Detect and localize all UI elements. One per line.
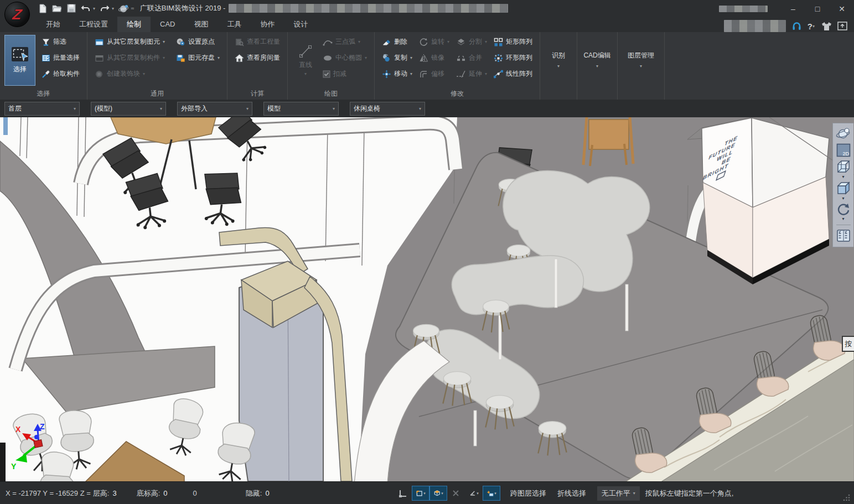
hidden-count-label: 隐藏: (246, 489, 262, 498)
filter-button[interactable]: 筛选 (39, 34, 82, 50)
workplane-dropdown[interactable]: 无工作平▾ (597, 486, 640, 501)
collapse-ribbon-icon[interactable] (837, 22, 847, 30)
copy-window-icon (95, 54, 104, 63)
component-selector[interactable]: 休闲桌椅▾ (350, 102, 425, 116)
move-button[interactable]: 移动▾ (379, 66, 415, 82)
linear-array-button[interactable]: 线性阵列 (491, 66, 535, 82)
undo-button[interactable] (80, 2, 92, 14)
dynamic-input-toggle[interactable]: ▾ (483, 486, 500, 501)
redo-dropdown-icon[interactable]: ▾ (112, 6, 114, 11)
undo-dropdown-icon[interactable]: ▾ (93, 6, 95, 11)
pick-component-button[interactable]: 拾取构件 (39, 66, 82, 82)
cross-layer-select-button[interactable]: 跨图层选择 (505, 486, 552, 501)
minimize-button[interactable]: – (781, 1, 805, 16)
save-element-icon (176, 54, 185, 63)
theme-skin-icon[interactable] (821, 22, 832, 31)
view-room-quantities-button[interactable]: 查看房间量 (232, 50, 283, 66)
wall-accent-sliver (3, 117, 8, 135)
polar-array-button[interactable]: 环形阵列 (491, 50, 535, 66)
offset-button[interactable]: 偏移 (416, 66, 452, 82)
polyline-select-button[interactable]: 折线选择 (552, 486, 592, 501)
angle-snap-toggle[interactable]: ▾ (465, 486, 483, 501)
eraser-icon (382, 38, 391, 46)
viewport-canvas[interactable]: THE FUTURE WILL BE BRIGHT (0, 117, 854, 481)
redo-button[interactable] (99, 2, 111, 14)
rotate-button[interactable]: 旋转▾ (416, 34, 452, 50)
display-settings-icon[interactable] (836, 228, 851, 243)
mirror-icon (419, 54, 428, 63)
orbit-view-button[interactable] (117, 2, 130, 14)
tab-tools[interactable]: 工具 (218, 17, 251, 32)
open-file-button[interactable] (51, 2, 63, 14)
floor-selector[interactable]: 首层▾ (4, 102, 80, 116)
block-icon (95, 70, 104, 79)
window-title: 广联达BIM装饰设计 2019 - (140, 3, 226, 13)
view-quantities-button[interactable]: 查看工程量 (232, 34, 283, 50)
select-button[interactable]: 选择 (4, 35, 35, 86)
type-selector[interactable]: 模型▾ (263, 102, 339, 116)
new-file-button[interactable] (37, 2, 49, 14)
rectangular-array-button[interactable]: 矩形阵列 (491, 34, 535, 50)
extend-button[interactable]: 延伸▾ (453, 66, 490, 82)
app-logo[interactable]: Z (4, 2, 30, 27)
caret-down-icon: ▾ (365, 55, 367, 60)
2d-view-icon[interactable]: 2D (836, 142, 851, 158)
doc-magnifier-icon (235, 38, 244, 46)
refresh-view-icon[interactable]: ▾ (836, 202, 851, 222)
ribbon-group-drawing: 直线 ▾ 三点弧▾ 中心椭圆▾ 扣减 绘图 (288, 32, 375, 100)
split-button[interactable]: 分割▾ (453, 34, 490, 50)
save-button[interactable] (65, 2, 77, 14)
create-decor-block-button[interactable]: 创建装饰块▾ (92, 66, 168, 82)
caret-down-icon: ▾ (410, 71, 412, 76)
shaded-cube-icon[interactable]: ▾ (835, 180, 852, 201)
crossing-toggle[interactable] (447, 486, 465, 501)
copy-button[interactable]: 复制▾ (379, 50, 415, 66)
three-point-arc-button[interactable]: 三点弧▾ (320, 34, 370, 50)
merge-button[interactable]: 合并 (453, 50, 490, 66)
viewport-tooltip: 按 (842, 336, 854, 352)
cad-edit-menu-button[interactable]: CAD编辑▾ (577, 32, 617, 87)
delete-button[interactable]: 删除 (379, 34, 415, 50)
wireframe-cube-icon[interactable]: ▾ (835, 159, 852, 180)
copy-components-from-layer-button[interactable]: 从其它层复制构件▾ (92, 50, 168, 66)
extend-icon (456, 70, 466, 79)
layer-manage-menu-button[interactable]: 图层管理▾ (618, 32, 664, 87)
save-element-button[interactable]: 图元存盘▾ (173, 50, 222, 66)
line-tool-button[interactable]: 直线 ▾ (292, 35, 319, 86)
svg-text:Z: Z (40, 422, 45, 431)
caret-down-icon: ▾ (640, 64, 642, 69)
frame-snap-toggle[interactable]: ▾ (412, 486, 429, 501)
center-ellipse-button[interactable]: 中心椭圆▾ (320, 50, 370, 66)
ortho-toggle[interactable] (394, 486, 412, 501)
merge-icon (456, 54, 466, 63)
object-snap-3d-toggle[interactable]: ▾ (429, 486, 447, 501)
recognize-menu-button[interactable]: 识别▾ (540, 32, 577, 87)
close-button[interactable]: ✕ (830, 1, 854, 16)
orbit-tool-icon[interactable] (836, 126, 851, 142)
ellipse-icon (323, 54, 333, 63)
qat-customize-icon[interactable]: ≂ (131, 6, 134, 11)
category-selector[interactable]: 外部导入▾ (177, 102, 252, 116)
svg-text:2D: 2D (842, 151, 849, 157)
batch-select-button[interactable]: 批量选择 (39, 50, 82, 66)
deduction-checkbox[interactable]: 扣减 (320, 66, 370, 82)
help-button[interactable]: ?▾ (808, 22, 816, 31)
tab-project-settings[interactable]: 工程设置 (70, 17, 117, 32)
caret-down-icon: ▾ (419, 106, 421, 111)
caret-down-icon: ▾ (557, 64, 560, 69)
resize-grip[interactable] (843, 493, 851, 501)
caret-down-icon: ▾ (447, 39, 449, 44)
tab-cad[interactable]: CAD (151, 17, 184, 32)
tab-draw[interactable]: 绘制 (117, 17, 151, 32)
tab-start[interactable]: 开始 (37, 17, 70, 32)
tab-view[interactable]: 视图 (184, 17, 218, 32)
tab-collaborate[interactable]: 协作 (251, 17, 284, 32)
support-icon[interactable] (791, 21, 802, 32)
caret-down-icon: ▾ (358, 39, 360, 44)
maximize-button[interactable]: □ (805, 1, 830, 16)
tab-design[interactable]: 设计 (284, 17, 317, 32)
mirror-button[interactable]: 镜像 (416, 50, 452, 66)
set-origin-button[interactable]: 设置原点 (173, 34, 222, 50)
model-space-selector[interactable]: (模型)▾ (91, 102, 166, 116)
copy-elements-from-layer-button[interactable]: 从其它层复制图元▾ (92, 34, 168, 50)
